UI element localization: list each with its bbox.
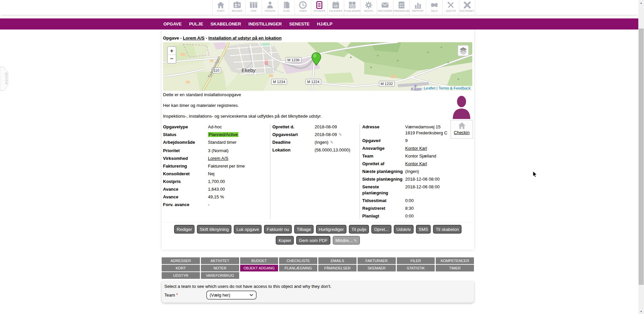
menu-item-seneste[interactable]: SENESTE bbox=[289, 21, 310, 26]
map-layers-button[interactable] bbox=[458, 45, 469, 56]
detail-label: Opgave# bbox=[362, 138, 405, 144]
team-select-value: (Vælg her) bbox=[210, 293, 250, 298]
terms-feedback-link[interactable]: Terms & Feedback bbox=[438, 86, 471, 90]
top-toolbar: STARTBRUGERCRMPERSONPLANTIMEROPGAVER12KA… bbox=[0, 0, 638, 15]
toolbar-item-salg[interactable]: SALG bbox=[426, 0, 442, 15]
toolbar-item-plan[interactable]: PLAN bbox=[278, 0, 294, 15]
toolbar-item-start[interactable]: START bbox=[212, 0, 229, 15]
access-instruction: Select a team to see which users do not … bbox=[164, 284, 331, 289]
checkin-link[interactable]: Checkin bbox=[454, 130, 470, 135]
menubar-items: OPGAVEPULJESKABELONERINDSTILLINGERSENEST… bbox=[163, 18, 332, 29]
tab-filer[interactable]: FILER bbox=[397, 257, 435, 264]
tab-kompetencer[interactable]: KOMPETENCER bbox=[436, 257, 474, 264]
checkin-button[interactable]: Checkin bbox=[450, 120, 473, 139]
vertical-scrollbar[interactable]: ▲ ▼ bbox=[638, 0, 644, 314]
breadcrumb-link[interactable]: Lorem A/S bbox=[183, 36, 205, 41]
mindre-button[interactable]: Mindre...✎ bbox=[333, 236, 360, 245]
road-shield-label: M 1224 bbox=[306, 79, 321, 85]
detail-label: Avance bbox=[163, 194, 208, 200]
tab-statistik[interactable]: STATISTIK bbox=[397, 265, 435, 271]
tab-p-mindelser[interactable]: PÅMINDELSER bbox=[318, 265, 357, 271]
menu-item-opgave[interactable]: OPGAVE bbox=[163, 21, 182, 26]
tab-udstyr[interactable]: UDSTYR bbox=[162, 272, 200, 279]
task-detail-card: Opgave - Lorem A/S - Installation af uds… bbox=[162, 29, 474, 250]
detail-value: 0:00 bbox=[405, 213, 414, 219]
tab-fakturaer[interactable]: FAKTURAER bbox=[358, 257, 396, 264]
gem-som-pdf-button[interactable]: Gem som PDF bbox=[296, 236, 330, 245]
detail-label: Fakturering bbox=[163, 163, 208, 169]
toolbar-item-planl-gning[interactable]: PLANLÆGNING bbox=[344, 0, 360, 15]
scroll-down-arrow-icon[interactable]: ▼ bbox=[638, 309, 644, 314]
breadcrumb-text: - bbox=[205, 36, 209, 41]
til-pulje-button[interactable]: Til pulje bbox=[349, 225, 369, 234]
toolbar-item-kalender[interactable]: 12KALENDER bbox=[327, 0, 344, 15]
edit-pencil-icon[interactable]: ✎ bbox=[339, 132, 342, 137]
toolbar-item-person[interactable]: PERSON bbox=[262, 0, 278, 15]
toolbar-item-bruger[interactable]: BRUGER bbox=[229, 0, 245, 15]
menu-item-skabeloner[interactable]: SKABELONER bbox=[211, 21, 241, 26]
detail-label: Forv. avance bbox=[163, 202, 208, 208]
toolbar-item-crm[interactable]: CRM bbox=[245, 0, 262, 15]
udskriv-button[interactable]: Udskriv bbox=[394, 225, 414, 234]
detail-value-link[interactable]: Kontor Karl bbox=[405, 161, 427, 166]
detail-value-link[interactable]: Kontor Karl bbox=[405, 146, 427, 151]
faktur-r-nu-button[interactable]: Fakturér nu bbox=[264, 225, 291, 234]
scrollbar-thumb[interactable] bbox=[639, 28, 644, 285]
toolbar-item-ekstranet[interactable]: EKSTRANET bbox=[459, 0, 475, 15]
tab-aktivitet[interactable]: AKTIVITET bbox=[201, 257, 239, 264]
detail-label: Registreret bbox=[362, 205, 405, 211]
leaflet-link[interactable]: Leaflet bbox=[424, 86, 435, 90]
detail-value-link[interactable]: Lorem A/S bbox=[208, 156, 228, 161]
toolbar-item-p-mindelser[interactable]: PÅMINDELSER bbox=[393, 0, 410, 15]
map-marker-icon[interactable] bbox=[311, 52, 321, 67]
tab-emails[interactable]: EMAILS bbox=[318, 257, 357, 264]
sms-button[interactable]: SMS bbox=[416, 225, 431, 234]
tab-vareforbrug[interactable]: VAREFORBRUG bbox=[201, 272, 239, 279]
scroll-up-arrow-icon[interactable]: ▲ bbox=[638, 0, 644, 5]
til-skabelon-button[interactable]: Til skabelon bbox=[433, 225, 462, 234]
toolbar-item-udstyr[interactable]: UDSTYR bbox=[442, 0, 459, 15]
toolbar-item-label: OPGAVER bbox=[311, 10, 327, 12]
rediger-button[interactable]: Rediger bbox=[174, 225, 195, 234]
detail-value: Lorem A/S bbox=[208, 155, 228, 162]
menu-item-hj-lp[interactable]: HJÆLP bbox=[317, 21, 332, 26]
zoom-out-button[interactable]: − bbox=[168, 55, 176, 63]
menu-item-indstillinger[interactable]: INDSTILLINGER bbox=[249, 21, 282, 26]
toolbar-item-rapport[interactable]: RAPPORT bbox=[410, 0, 426, 15]
detail-label: Planlagt bbox=[362, 213, 405, 219]
detail-value: 9 bbox=[405, 138, 408, 144]
tab-objekt-adgang[interactable]: OBJEKT ADGANG bbox=[240, 265, 278, 271]
breadcrumb-link[interactable]: Installation af udstyr på en lokation bbox=[208, 36, 281, 41]
toolbar-item-fakturaer[interactable]: FAKTURAER bbox=[377, 0, 393, 15]
tab-kort[interactable]: KORT bbox=[162, 265, 200, 271]
opret-button[interactable]: Opret... bbox=[371, 225, 391, 234]
detail-value: Værnedamsvej 15 1819 Frederiksberg C bbox=[405, 124, 447, 136]
tab-noter[interactable]: NOTER bbox=[201, 265, 239, 271]
leaflet-map[interactable]: ✈ + − 110M 1236M 1234M 1224M 1232EkebyTj… bbox=[163, 42, 472, 91]
detail-row-seneste-planl-gning: Seneste planlægning2018-12-06 08:00 bbox=[362, 184, 451, 196]
skift-tilknytning-button[interactable]: Skift tilknytning bbox=[197, 225, 231, 234]
detail-label: Avance bbox=[163, 186, 208, 192]
kopier-button[interactable]: Kopier bbox=[276, 236, 294, 245]
detail-row-virksomhed: VirksomhedLorem A/S bbox=[163, 155, 270, 162]
tilbage-button[interactable]: Tilbage bbox=[294, 225, 314, 234]
hurtigrediger-button[interactable]: Hurtigrediger bbox=[316, 225, 346, 234]
toolbar-item-indstil[interactable]: INDSTIL bbox=[360, 0, 377, 15]
detail-label: Deadline bbox=[272, 139, 315, 145]
toolbar-item-opgaver[interactable]: OPGAVER bbox=[311, 0, 327, 15]
quick-side-tab[interactable]: QUICK bbox=[0, 67, 8, 92]
toolbar-item-label: TIMER bbox=[295, 10, 311, 12]
tab-skemaer[interactable]: SKEMAER bbox=[358, 265, 396, 271]
edit-pencil-icon[interactable]: ✎ bbox=[330, 140, 333, 145]
menu-item-pulje[interactable]: PULJE bbox=[189, 21, 203, 26]
tab-planl-gning[interactable]: PLANLÆGNING bbox=[279, 265, 317, 271]
tab-checkliste[interactable]: CHECKLISTE bbox=[279, 257, 317, 264]
toolbar-item-timer[interactable]: TIMER bbox=[294, 0, 311, 15]
luk-opgave-button[interactable]: Luk opgave bbox=[234, 225, 262, 234]
zoom-in-button[interactable]: + bbox=[168, 47, 176, 55]
tab-budget[interactable]: BUDGET bbox=[240, 257, 278, 264]
detail-row-forv-avance: Forv. avance- bbox=[163, 202, 270, 208]
tab-adresser[interactable]: ADRESSER bbox=[162, 257, 200, 264]
team-select[interactable]: (Vælg her) bbox=[206, 291, 257, 300]
tab-timer[interactable]: TIMER bbox=[436, 265, 474, 271]
